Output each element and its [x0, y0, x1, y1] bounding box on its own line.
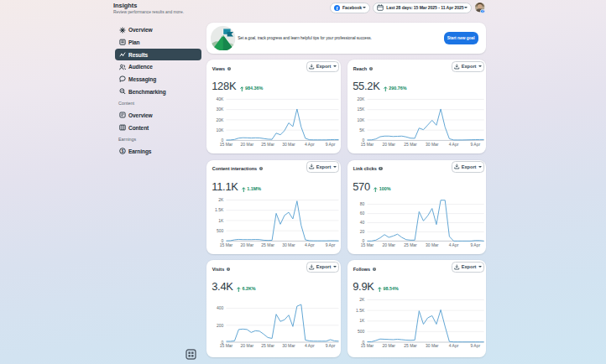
- sidebar-item-label: Messaging: [128, 76, 156, 82]
- metric-value: 570: [353, 180, 370, 193]
- export-button[interactable]: Export: [452, 61, 483, 73]
- sidebar-item-overview[interactable]: Overview: [115, 23, 201, 36]
- metric-change: 290.76%: [384, 86, 406, 91]
- messaging-icon: [119, 75, 126, 82]
- svg-text:20: 20: [359, 229, 364, 234]
- svg-text:500: 500: [217, 227, 224, 232]
- info-icon[interactable]: i: [373, 268, 376, 271]
- card-header: FollowsiExport: [353, 262, 484, 273]
- svg-text:4 Apr: 4 Apr: [448, 142, 458, 147]
- sidebar-item-plan[interactable]: Plan: [115, 36, 201, 49]
- chevron-down-icon: [363, 7, 366, 8]
- svg-text:15 Mar: 15 Mar: [219, 343, 232, 348]
- export-button[interactable]: Export: [306, 161, 338, 173]
- svg-text:20K: 20K: [216, 117, 224, 122]
- chevron-down-icon: [333, 266, 337, 268]
- svg-text:9 Apr: 9 Apr: [470, 343, 480, 348]
- date-range-selector[interactable]: Last 28 days: 15 Mar 2025 - 11 Apr 2025: [373, 3, 472, 14]
- metric-chart-visits: 020040015 Mar20 Mar25 Mar30 Mar4 Apr9 Ap…: [212, 294, 341, 356]
- metric-chart-reach: 05K10K15K20K15 Mar20 Mar25 Mar30 Mar4 Ap…: [353, 93, 486, 150]
- profile-avatar[interactable]: f: [475, 3, 485, 13]
- sidebar-item-messaging[interactable]: Messaging: [115, 73, 201, 86]
- svg-text:40: 40: [359, 220, 364, 225]
- metric-card-follows: FollowsiExport9.9K98.54%05001K1.5K2K15 M…: [347, 260, 486, 357]
- sidebar-item-results[interactable]: Results: [115, 49, 201, 61]
- info-icon[interactable]: i: [227, 268, 230, 271]
- info-icon[interactable]: i: [379, 167, 382, 170]
- svg-text:4 Apr: 4 Apr: [448, 242, 458, 247]
- sidebar-nav: OverviewPlanResultsAudienceMessagingBenc…: [115, 23, 201, 157]
- goal-illustration-icon: [211, 26, 236, 51]
- content-icon: [119, 124, 126, 131]
- start-new-goal-button[interactable]: Start new goal: [444, 32, 478, 45]
- metric-change-pct: 290.76%: [389, 86, 406, 91]
- metric-value: 55.2K: [353, 80, 379, 92]
- svg-text:10K: 10K: [357, 117, 365, 122]
- top-header: f Facebook Last 28 days: 15 Mar 2025 - 1…: [0, 0, 606, 18]
- info-icon[interactable]: i: [227, 67, 231, 70]
- card-header: VisitsiExport: [212, 262, 339, 273]
- svg-text:4 Apr: 4 Apr: [448, 343, 458, 348]
- benchmarking-icon: [119, 88, 126, 95]
- sidebar-item-label: Overview: [128, 112, 153, 118]
- svg-text:9 Apr: 9 Apr: [325, 343, 335, 348]
- sidebar-item-audience[interactable]: Audience: [115, 60, 201, 73]
- export-label: Export: [316, 264, 332, 269]
- svg-text:1.5K: 1.5K: [215, 207, 224, 212]
- channel-selector[interactable]: f Facebook: [330, 3, 370, 14]
- svg-text:9 Apr: 9 Apr: [325, 242, 335, 247]
- facebook-badge-icon: f: [480, 9, 484, 13]
- metric-change: 100%: [374, 186, 390, 192]
- metric-change-pct: 100%: [379, 186, 391, 191]
- audience-icon: [119, 64, 126, 70]
- export-button[interactable]: Export: [306, 61, 338, 73]
- export-button[interactable]: Export: [306, 262, 338, 273]
- svg-text:1K: 1K: [218, 217, 224, 222]
- svg-text:25 Mar: 25 Mar: [404, 343, 417, 348]
- export-label: Export: [462, 64, 477, 69]
- metric-value: 11.1K: [212, 180, 238, 193]
- grid-shortcut-button[interactable]: [185, 348, 196, 359]
- info-icon[interactable]: i: [369, 67, 373, 70]
- svg-text:400: 400: [217, 305, 224, 310]
- metric-title: Content interactions: [212, 166, 257, 171]
- svg-text:20 Mar: 20 Mar: [382, 142, 395, 147]
- goal-banner-text: Set a goal, track progress and learn hel…: [238, 36, 443, 40]
- sidebar-item-benchmarking[interactable]: Benchmarking: [115, 86, 201, 98]
- up-arrow-icon: [240, 86, 244, 91]
- download-icon: [454, 64, 460, 70]
- download-icon: [309, 164, 315, 169]
- metric-card-link-clicks: Link clicksiExport570100%02040608015 Mar…: [347, 160, 486, 254]
- calendar-icon: [377, 4, 384, 11]
- card-header: Link clicksiExport: [353, 161, 484, 173]
- metric-change-pct: 98.54%: [383, 286, 398, 291]
- chevron-down-icon: [478, 266, 482, 268]
- export-button[interactable]: Export: [452, 161, 483, 173]
- nav-section-label: Earnings: [115, 133, 201, 145]
- sidebar-item-label: Results: [128, 52, 148, 58]
- metric-change-pct: 1.1M%: [247, 186, 261, 191]
- grid-icon: [185, 349, 196, 360]
- svg-text:2K: 2K: [359, 297, 365, 302]
- svg-text:200: 200: [217, 323, 224, 328]
- svg-text:20 Mar: 20 Mar: [382, 242, 395, 247]
- metric-title: Follows: [353, 267, 370, 272]
- facebook-logo-icon: f: [334, 5, 340, 11]
- metric-change: 984.36%: [240, 86, 263, 91]
- metric-title: Reach: [353, 66, 368, 71]
- nav-section-label: Content: [115, 97, 201, 109]
- metric-value: 3.4K: [212, 280, 233, 293]
- sidebar-item-earnings[interactable]: $Earnings: [115, 145, 201, 158]
- svg-text:80: 80: [359, 201, 364, 206]
- metric-title: Views: [212, 66, 226, 71]
- up-arrow-icon: [237, 287, 241, 292]
- sidebar-item-content[interactable]: Content: [115, 122, 201, 134]
- svg-text:25 Mar: 25 Mar: [404, 242, 417, 247]
- metric-chart-views: 010K20K30K40K15 Mar20 Mar25 Mar30 Mar4 A…: [212, 93, 341, 150]
- export-button[interactable]: Export: [452, 262, 483, 273]
- svg-text:30 Mar: 30 Mar: [426, 343, 439, 348]
- info-icon[interactable]: i: [259, 167, 263, 170]
- sidebar-item-overview[interactable]: Overview: [115, 109, 201, 122]
- metric-chart-content-interactions: 05001K1.5K2K15 Mar20 Mar25 Mar30 Mar4 Ap…: [212, 194, 341, 251]
- svg-text:30K: 30K: [216, 107, 224, 112]
